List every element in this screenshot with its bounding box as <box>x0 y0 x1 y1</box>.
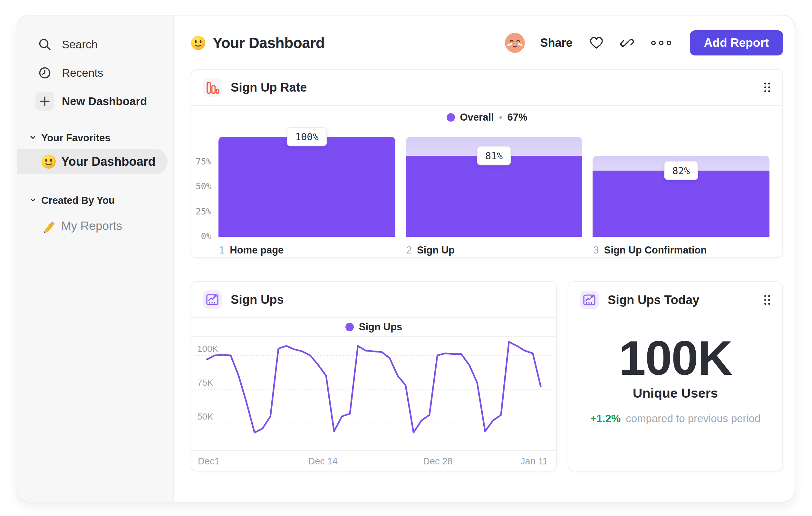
line-chart-icon <box>203 290 222 309</box>
card-title: Sign Ups Today <box>608 293 699 307</box>
kpi-delta-row: +1.2% compared to previous period <box>590 412 761 425</box>
signups-card: Sign Ups Sign Ups 100K75K50K Dec1Dec 14D… <box>191 281 557 471</box>
funnel-y-tick: 50% <box>192 181 211 191</box>
funnel-value-label: 82% <box>664 161 698 180</box>
page-title: Your Dashboard <box>213 34 324 52</box>
funnel-y-tick: 25% <box>192 206 211 216</box>
dashboard-header: Your Dashboard Share <box>191 30 783 56</box>
copy-link-icon[interactable] <box>620 36 634 50</box>
chevron-down-icon <box>29 134 37 142</box>
funnel-bar-1[interactable]: 100%1Home page <box>219 137 395 237</box>
signups-today-card: Sign Ups Today 100K Unique Users +1.2% <box>568 281 783 471</box>
card-title: Sign Up Rate <box>231 81 307 94</box>
kpi-delta-caption: compared to previous period <box>626 412 760 425</box>
sidebar-item-your-dashboard[interactable]: Your Dashboard <box>18 149 168 174</box>
kpi-body: 100K Unique Users +1.2% compared to prev… <box>569 318 782 471</box>
share-button[interactable]: Share <box>540 36 573 50</box>
sidebar-item-label: Recents <box>62 66 103 79</box>
line-x-tick: Dec 14 <box>308 456 338 467</box>
chevron-down-icon <box>29 196 37 205</box>
line-x-tick: Dec 28 <box>423 456 453 467</box>
plus-icon <box>35 92 54 111</box>
funnel-plot: 100%1Home page81%2Sign Up82%3Sign Up Con… <box>219 137 770 237</box>
signups-legend: Sign Ups <box>192 318 556 337</box>
avatar[interactable] <box>505 33 525 53</box>
section-label: Created By You <box>41 195 115 207</box>
line-chart-icon <box>580 291 599 309</box>
signups-card-header: Sign Ups <box>192 282 556 318</box>
sidebar: Search Recents New Dashboard <box>18 16 174 502</box>
signup-rate-card-header: Sign Up Rate <box>192 70 782 106</box>
signup-rate-card: Sign Up Rate Overall • 67% 75%50%25%0% <box>191 69 783 258</box>
card-title: Sign Ups <box>231 293 284 307</box>
sidebar-item-label: Your Dashboard <box>61 155 156 169</box>
kpi-delta: +1.2% <box>590 412 621 425</box>
sidebar-item-my-reports[interactable]: My Reports <box>18 214 173 239</box>
section-created-by-you[interactable]: Created By You <box>18 194 173 207</box>
section-label: Your Favorites <box>41 132 111 144</box>
line-x-tick: Jan 11 <box>520 456 548 467</box>
funnel-chart: Overall • 67% 75%50%25%0% 100%1Home page… <box>192 106 782 257</box>
sidebar-item-label: My Reports <box>61 219 122 233</box>
funnel-bar-3[interactable]: 82%3Sign Up Confirmation <box>592 137 770 237</box>
add-report-button[interactable]: Add Report <box>690 30 783 55</box>
favorite-heart-icon[interactable] <box>589 36 604 49</box>
funnel-y-tick: 0% <box>192 231 211 241</box>
legend-dot <box>446 113 455 121</box>
funnel-value-label: 100% <box>287 127 327 146</box>
smiley-emoji <box>191 35 206 50</box>
header-actions: Share A <box>505 30 783 55</box>
kpi-value: 100K <box>619 333 732 384</box>
funnel-bar-shape <box>219 137 395 237</box>
sidebar-item-new-dashboard[interactable]: New Dashboard <box>18 91 173 112</box>
pencil-emoji <box>41 219 56 234</box>
bottom-row: Sign Ups Sign Ups 100K75K50K Dec1Dec 14D… <box>191 281 783 471</box>
app-window: Search Recents New Dashboard <box>17 15 795 503</box>
funnel-x-label: 3Sign Up Confirmation <box>593 244 707 256</box>
signups-today-card-header: Sign Ups Today <box>569 282 782 318</box>
funnel-legend: Overall • 67% <box>192 112 782 123</box>
funnel-x-label: 1Home page <box>219 244 284 256</box>
bar-chart-icon <box>203 78 222 97</box>
search-icon <box>35 35 54 54</box>
drag-handle-icon[interactable] <box>764 294 771 305</box>
line-chart-svg <box>195 337 552 450</box>
funnel-y-tick: 75% <box>192 156 211 166</box>
line-chart: 100K75K50K <box>195 337 552 450</box>
sidebar-item-search[interactable]: Search <box>18 34 173 55</box>
legend-dot <box>345 323 354 331</box>
funnel-x-label: 2Sign Up <box>406 244 455 256</box>
clock-icon <box>35 63 54 82</box>
sidebar-item-label: New Dashboard <box>62 95 147 108</box>
section-your-favorites[interactable]: Your Favorites <box>18 132 173 144</box>
funnel-value-label: 81% <box>477 146 511 165</box>
line-x-tick: Dec1 <box>198 456 220 467</box>
kpi-subtitle: Unique Users <box>633 386 718 401</box>
sidebar-item-recents[interactable]: Recents <box>18 62 173 83</box>
drag-handle-icon[interactable] <box>764 82 771 93</box>
more-options-icon[interactable] <box>650 40 672 46</box>
sidebar-item-label: Search <box>62 38 98 51</box>
line-x-axis: Dec1Dec 14Dec 28Jan 11 <box>192 450 556 471</box>
funnel-bar-2[interactable]: 81%2Sign Up <box>406 137 583 237</box>
smiley-emoji <box>41 154 56 169</box>
main-content: Your Dashboard Share <box>174 16 794 502</box>
